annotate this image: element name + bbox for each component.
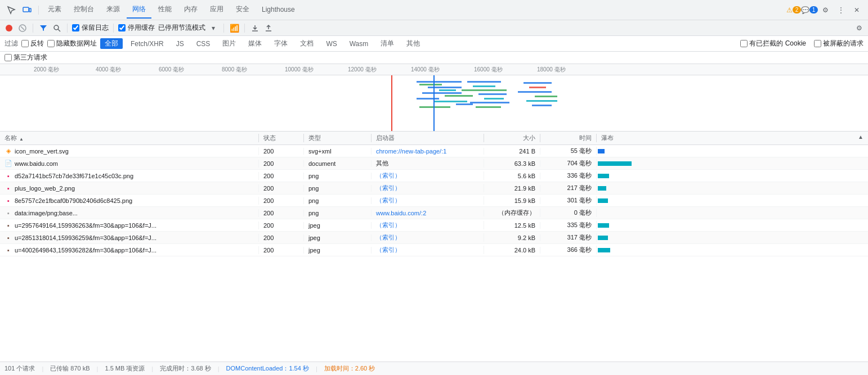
tick-8000: 8000 毫秒: [222, 66, 247, 74]
svg-line-3: [21, 26, 24, 30]
row-initiator-6[interactable]: （索引）: [372, 221, 484, 229]
header-name[interactable]: 名称: [0, 134, 259, 142]
file-icon-4: ▪: [5, 197, 12, 205]
message-badge-btn[interactable]: 💬 1: [803, 3, 816, 17]
row-initiator-8[interactable]: （索引）: [372, 246, 484, 254]
blocked-requests-checkbox[interactable]: 被屏蔽的请求: [814, 39, 863, 48]
svg-rect-8: [428, 87, 462, 88]
sep3: [113, 24, 114, 33]
row-name-8: ▪ u=4002649843,159936282&fm=30&app=106&f…: [0, 246, 259, 254]
table-row[interactable]: ▪ u=4002649843,159936282&fm=30&app=106&f…: [0, 244, 868, 256]
inspect-icon[interactable]: [5, 3, 18, 17]
sep1: [33, 24, 33, 33]
clear-btn[interactable]: [17, 22, 28, 34]
row-initiator-5[interactable]: www.baidu.com/:2: [372, 210, 484, 216]
table-row[interactable]: ▪ d52a7141bc57cb7de33f671e1c45c03c.png 2…: [0, 170, 868, 182]
row-type-5: png: [304, 210, 372, 216]
filter-fetch-xhr-btn[interactable]: Fetch/XHR: [126, 39, 168, 48]
tab-memory[interactable]: 内存: [178, 1, 203, 19]
header-initiator[interactable]: 启动器: [372, 134, 484, 142]
row-time-8: 366 毫秒: [540, 246, 597, 254]
svg-rect-26: [535, 96, 557, 97]
more-options-icon[interactable]: ⋮: [834, 3, 848, 17]
network-toolbar: 保留日志 停用缓存 已停用节流模式 ▾ 📶 ⚙: [0, 20, 868, 36]
tab-lighthouse[interactable]: Lighthouse: [256, 2, 301, 18]
table-row[interactable]: ◈ icon_more_vert.svg 200 svg+xml chrome:…: [0, 145, 868, 157]
table-row[interactable]: ▪ data:image/png;base... 200 png www.bai…: [0, 207, 868, 219]
filter-js-btn[interactable]: JS: [172, 39, 189, 48]
table-row[interactable]: 📄 www.baidu.com 200 document 其他 63.3 kB …: [0, 157, 868, 170]
svg-rect-22: [476, 106, 501, 108]
waterfall-bar-8: [598, 248, 610, 252]
svg-rect-11: [445, 95, 473, 97]
sep2: [67, 24, 68, 33]
row-name-2: ▪ d52a7141bc57cb7de33f671e1c45c03c.png: [0, 172, 259, 180]
settings-icon[interactable]: ⚙: [818, 3, 832, 17]
search-btn[interactable]: [51, 22, 62, 34]
has-blocked-cookies-checkbox[interactable]: 有已拦截的 Cookie: [740, 39, 806, 48]
filter-all-btn[interactable]: 全部: [100, 38, 123, 49]
tick-10000: 10000 毫秒: [285, 66, 314, 74]
filter-manifest-btn[interactable]: 清单: [376, 38, 399, 49]
svg-rect-25: [518, 91, 552, 93]
filter-css-btn[interactable]: CSS: [192, 39, 215, 48]
filter-wasm-btn[interactable]: Wasm: [345, 39, 373, 48]
tab-application[interactable]: 应用: [204, 1, 229, 19]
row-name-7: ▪ u=2851318014,159936259&fm=30&app=106&f…: [0, 234, 259, 242]
filter-img-btn[interactable]: 图片: [218, 38, 240, 49]
filter-toggle-btn[interactable]: [38, 22, 49, 34]
table-row[interactable]: ▪ 8e5757c2e1fbcaf0b790b2406d6c8425.png 2…: [0, 195, 868, 207]
waterfall-bar-4: [598, 198, 608, 203]
header-type[interactable]: 类型: [304, 134, 372, 142]
svg-rect-10: [422, 92, 462, 94]
device-toggle-icon[interactable]: [20, 3, 34, 17]
row-initiator-0[interactable]: chrome://new-tab-page/:1: [372, 148, 484, 155]
row-status-4: 200: [259, 197, 304, 204]
finish-time: 完成用时：3.68 秒: [160, 364, 211, 373]
filter-doc-btn[interactable]: 文档: [296, 38, 318, 49]
disable-cache-checkbox[interactable]: 停用缓存: [118, 23, 155, 33]
row-type-4: png: [304, 197, 372, 204]
header-size[interactable]: 大小: [484, 134, 540, 142]
warning-badge-btn[interactable]: ⚠ 2: [787, 3, 800, 17]
network-table[interactable]: 名称 状态 类型 启动器 大小 时间 瀑布 ▲ ◈ icon_more_vert…: [0, 132, 868, 362]
tab-console[interactable]: 控制台: [68, 1, 100, 19]
svg-rect-9: [439, 89, 456, 91]
filter-media-btn[interactable]: 媒体: [244, 38, 266, 49]
tab-sources[interactable]: 来源: [101, 1, 126, 19]
tab-network[interactable]: 网络: [127, 1, 151, 19]
network-settings-icon[interactable]: ⚙: [853, 22, 865, 34]
table-row[interactable]: ▪ u=2957649164,159936263&fm=30&app=106&f…: [0, 219, 868, 232]
tab-security[interactable]: 安全: [230, 1, 255, 19]
filter-font-btn[interactable]: 字体: [270, 38, 292, 49]
search-icon: [53, 24, 61, 32]
record-btn[interactable]: [3, 22, 15, 34]
row-initiator-3[interactable]: （索引）: [372, 184, 484, 192]
row-waterfall-5: [597, 207, 868, 219]
throttle-label: 已停用节流模式: [158, 23, 205, 33]
network-conditions-icon[interactable]: 📶: [229, 22, 240, 34]
header-time[interactable]: 时间: [540, 134, 597, 142]
export-btn[interactable]: [263, 22, 274, 34]
row-initiator-7[interactable]: （索引）: [372, 233, 484, 242]
import-btn[interactable]: [249, 22, 261, 34]
table-row[interactable]: ▪ plus_logo_web_2.png 200 png （索引） 21.9 …: [0, 182, 868, 195]
header-waterfall[interactable]: 瀑布 ▲: [597, 134, 868, 142]
row-waterfall-3: [597, 182, 868, 195]
preserve-log-checkbox[interactable]: 保留日志: [72, 23, 109, 33]
filter-ws-btn[interactable]: WS: [321, 39, 341, 48]
table-row[interactable]: ▪ u=2851318014,159936259&fm=30&app=106&f…: [0, 232, 868, 244]
row-initiator-4[interactable]: （索引）: [372, 196, 484, 205]
hide-data-urls-checkbox[interactable]: 隐藏数据网址: [47, 39, 97, 48]
row-initiator-2[interactable]: （索引）: [372, 171, 484, 180]
tab-performance[interactable]: 性能: [153, 1, 177, 19]
close-icon[interactable]: ✕: [850, 3, 863, 17]
invert-checkbox[interactable]: 反转: [21, 39, 44, 48]
throttle-dropdown-btn[interactable]: ▾: [208, 22, 219, 34]
third-party-checkbox[interactable]: 第三方请求: [5, 53, 47, 62]
tab-elements[interactable]: 元素: [42, 1, 67, 19]
header-status[interactable]: 状态: [259, 134, 304, 142]
row-waterfall-1: [597, 157, 868, 170]
status-bar: 101 个请求 | 已传输 870 kB | 1.5 MB 项资源 | 完成用时…: [0, 362, 868, 375]
filter-other-btn[interactable]: 其他: [402, 38, 424, 49]
